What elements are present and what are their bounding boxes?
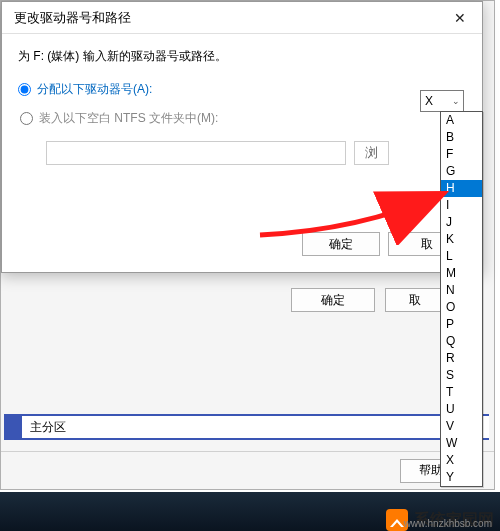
drive-option-i[interactable]: I bbox=[441, 197, 482, 214]
primary-partition-color-icon bbox=[6, 416, 22, 438]
drive-option-s[interactable]: S bbox=[441, 367, 482, 384]
option-assign-letter[interactable]: 分配以下驱动器号(A): bbox=[18, 81, 466, 98]
statusbar: 帮助(H) bbox=[1, 451, 494, 489]
partition-legend: 主分区 bbox=[4, 414, 489, 440]
drive-option-q[interactable]: Q bbox=[441, 333, 482, 350]
folder-path-input[interactable] bbox=[46, 141, 346, 165]
drive-option-o[interactable]: O bbox=[441, 299, 482, 316]
dialog-title: 更改驱动器号和路径 bbox=[14, 9, 131, 27]
outer-dialog-buttons: 确定 取 bbox=[291, 288, 445, 312]
option-assign-label[interactable]: 分配以下驱动器号(A): bbox=[37, 81, 152, 98]
parent-dialog: 更改驱动器号和路径 ✕ 为 F: (媒体) 输入新的驱动器号或路径。 分配以下驱… bbox=[0, 0, 495, 490]
drive-option-h[interactable]: H bbox=[441, 180, 482, 197]
outer-ok-button[interactable]: 确定 bbox=[291, 288, 375, 312]
drive-option-w[interactable]: W bbox=[441, 435, 482, 452]
drive-option-u[interactable]: U bbox=[441, 401, 482, 418]
ok-button[interactable]: 确定 bbox=[302, 232, 380, 256]
drive-option-l[interactable]: L bbox=[441, 248, 482, 265]
drive-option-k[interactable]: K bbox=[441, 231, 482, 248]
chevron-down-icon: ⌄ bbox=[452, 96, 463, 106]
drive-select-value: X bbox=[425, 94, 433, 108]
radio-assign[interactable] bbox=[18, 83, 31, 96]
close-icon: ✕ bbox=[454, 10, 466, 26]
radio-mount[interactable] bbox=[20, 112, 33, 125]
browse-button[interactable]: 浏 bbox=[354, 141, 389, 165]
dialog-body: 为 F: (媒体) 输入新的驱动器号或路径。 分配以下驱动器号(A): 装入以下… bbox=[2, 34, 482, 179]
partition-label: 主分区 bbox=[30, 419, 66, 436]
drive-option-n[interactable]: N bbox=[441, 282, 482, 299]
drive-option-m[interactable]: M bbox=[441, 265, 482, 282]
drive-option-f[interactable]: F bbox=[441, 146, 482, 163]
drive-option-p[interactable]: P bbox=[441, 316, 482, 333]
option-mount-label[interactable]: 装入以下空白 NTFS 文件夹中(M): bbox=[39, 110, 218, 127]
drive-option-a[interactable]: A bbox=[441, 112, 482, 129]
option-mount-folder[interactable]: 装入以下空白 NTFS 文件夹中(M): bbox=[20, 110, 466, 127]
instruction-text: 为 F: (媒体) 输入新的驱动器号或路径。 bbox=[18, 48, 466, 65]
drive-option-r[interactable]: R bbox=[441, 350, 482, 367]
drive-option-b[interactable]: B bbox=[441, 129, 482, 146]
titlebar: 更改驱动器号和路径 ✕ bbox=[2, 2, 482, 34]
outer-cancel-button[interactable]: 取 bbox=[385, 288, 445, 312]
drive-option-g[interactable]: G bbox=[441, 163, 482, 180]
drive-option-y[interactable]: Y bbox=[441, 469, 482, 486]
drive-option-t[interactable]: T bbox=[441, 384, 482, 401]
drive-option-v[interactable]: V bbox=[441, 418, 482, 435]
drive-option-x[interactable]: X bbox=[441, 452, 482, 469]
watermark-url: www.hnzkhbsb.com bbox=[404, 518, 492, 529]
folder-input-row: 浏 bbox=[46, 141, 466, 165]
drive-letter-dropdown[interactable]: ABFGHIJKLMNOPQRSTUVWXY bbox=[440, 111, 483, 487]
change-drive-letter-dialog: 更改驱动器号和路径 ✕ 为 F: (媒体) 输入新的驱动器号或路径。 分配以下驱… bbox=[1, 1, 483, 273]
drive-letter-select[interactable]: X ⌄ bbox=[420, 90, 464, 112]
close-button[interactable]: ✕ bbox=[438, 3, 482, 33]
drive-option-j[interactable]: J bbox=[441, 214, 482, 231]
